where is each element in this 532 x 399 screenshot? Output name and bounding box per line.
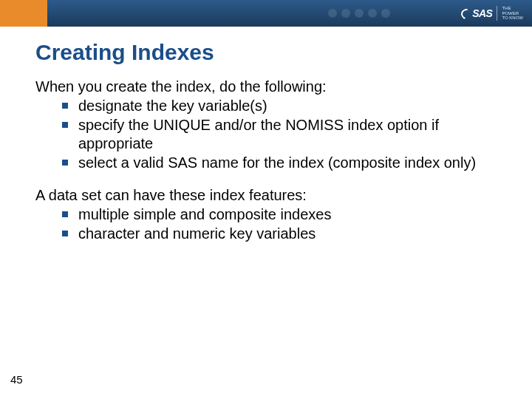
list-item: character and numeric key variables — [62, 225, 497, 243]
bullet-list: multiple simple and composite indexes ch… — [35, 205, 497, 243]
tagline-line: THE — [502, 6, 523, 11]
tagline-line: TO KNOW — [502, 16, 523, 21]
section-lead: When you create the index, do the follow… — [35, 78, 497, 95]
list-item: multiple simple and composite indexes — [62, 205, 497, 224]
accent-block — [0, 0, 47, 27]
header-bar: SAS THE POWER TO KNOW — [0, 0, 532, 27]
title-bar: SAS THE POWER TO KNOW — [47, 0, 532, 27]
dot-icon — [341, 9, 350, 18]
list-item: specify the UNIQUE and/or the NOMISS ind… — [62, 116, 497, 153]
bullet-list: designate the key variable(s) specify th… — [35, 97, 497, 172]
logo-divider — [497, 6, 497, 21]
decorative-dots — [328, 9, 390, 18]
list-item: select a valid SAS name for the index (c… — [62, 154, 497, 172]
list-item: designate the key variable(s) — [62, 97, 497, 115]
dot-icon — [381, 9, 390, 18]
sas-swoosh-icon — [460, 8, 471, 18]
slide-title: Creating Indexes — [35, 40, 497, 65]
slide-content: Creating Indexes When you create the ind… — [0, 27, 532, 243]
page-number: 45 — [10, 373, 23, 386]
logo-area: SAS THE POWER TO KNOW — [460, 6, 523, 21]
logo-text: SAS — [472, 7, 492, 19]
sas-logo: SAS — [460, 7, 492, 19]
dot-icon — [355, 9, 364, 18]
section-lead: A data set can have these index features… — [35, 187, 497, 204]
dot-icon — [368, 9, 377, 18]
dot-icon — [328, 9, 337, 18]
tagline-line: POWER — [502, 11, 523, 16]
logo-tagline: THE POWER TO KNOW — [502, 6, 523, 21]
